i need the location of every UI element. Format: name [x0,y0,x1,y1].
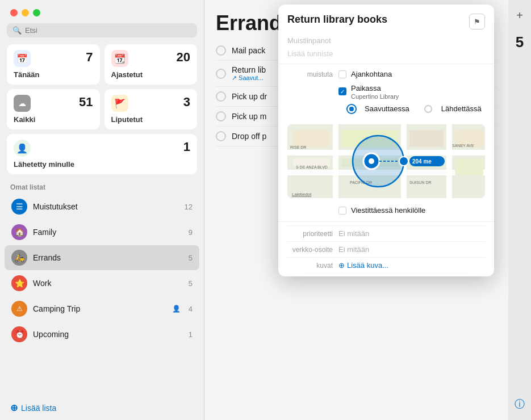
flag-button[interactable]: ⚑ [469,14,485,30]
arriving-leaving-row: Saavuttaessa Lähdettässä [348,104,485,113]
traffic-lights [0,0,204,23]
task-text: Pick up dr [232,92,267,101]
remind-label: muistuta [287,70,333,78]
today-count: 7 [86,50,93,65]
add-image-button[interactable]: ⊕ Lisää kuva... [338,261,388,270]
remind-date-label: Ajankohtana [351,70,392,78]
reminders-count: 12 [185,203,193,211]
errands-count: 5 [189,254,193,262]
location-map[interactable]: RISE DR S DE ANZA BLVD PACIFIC DR SUISUN… [287,124,485,198]
svg-text:RISE DR: RISE DR [290,145,306,149]
camping-shared-icon: 👤 [172,305,181,313]
leaving-radio[interactable] [424,105,432,113]
list-item-upcoming[interactable]: ⏰ Upcoming 1 [5,322,199,347]
svg-text:S DE ANZA BLVD: S DE ANZA BLVD [296,165,328,169]
task-checkbox[interactable] [216,69,226,79]
smart-list-scheduled[interactable]: 📆 20 Ajastetut [104,44,198,85]
arriving-radio[interactable] [348,105,356,113]
upcoming-icon: ⏰ [11,326,27,342]
right-badge: 5 [516,33,524,51]
place-checkbox-row: ✓ Paikassa Cupertino Library [338,83,399,100]
family-count: 9 [189,228,193,237]
svg-text:204 me: 204 me [412,158,432,165]
smart-list-today[interactable]: 📅 7 Tänään [7,44,100,85]
task-text: Return lib [232,65,266,74]
family-icon: 🏠 [11,224,27,240]
task-text: Mail pack [232,46,265,55]
section-header-my-lists: Omat listat [0,179,204,194]
flagged-count: 3 [183,95,190,110]
images-row: kuvat ⊕ Lisää kuva... [287,257,485,273]
flagged-label: Liputetut [111,115,191,124]
add-list-button[interactable]: ⊕ Lisää lista [0,396,204,420]
camping-icon: ⚠ [11,301,27,317]
camping-name: Camping Trip [33,304,166,313]
remind-place-label: Paikassa [351,84,381,93]
svg-text:SUISUN DR: SUISUN DR [409,180,432,184]
main-content: Errand Mail pack Return lib ↗ Saavut... … [204,0,508,420]
popup-tag-placeholder[interactable]: Lisää tunniste [278,47,494,64]
detail-popup: Return library books ⚑ Muistiinpanot Lis… [278,5,494,276]
list-item-camping[interactable]: ⚠ Camping Trip 👤 4 [5,296,199,321]
list-item-work[interactable]: ⭐ Work 5 [5,271,199,296]
remind-date-checkbox[interactable] [338,70,346,78]
popup-title: Return library books [287,14,387,26]
task-checkbox[interactable] [216,45,226,56]
right-sidebar: + 5 ⓘ [508,0,531,420]
svg-rect-13 [455,158,483,175]
add-image-label: Lisää kuva... [347,261,388,270]
today-label: Tänään [14,70,93,79]
search-icon: 🔍 [12,26,22,35]
reminders-icon: ☰ [11,199,27,215]
remind-place-checkbox[interactable]: ✓ [338,87,346,95]
close-button[interactable] [10,9,18,16]
maximize-button[interactable] [33,9,40,16]
url-row: verkko-osoite Ei mitään [287,241,485,257]
task-checkbox[interactable] [216,111,226,121]
work-icon: ⭐ [11,275,27,291]
remind-options: Ajankohtana [338,70,485,78]
smart-lists: 📅 7 Tänään 📆 20 Ajastetut ☁ 51 Kaikki 🚩 [0,44,204,179]
all-icon: ☁ [14,95,31,112]
svg-point-22 [399,157,408,166]
sent-count: 1 [183,140,190,154]
info-button[interactable]: ⓘ [515,397,525,411]
arriving-label: Saavuttaessa [365,104,409,113]
priority-row: prioriteetti Ei mitään [287,225,485,241]
library-sublabel: Cupertino Library [351,93,399,100]
list-item-errands[interactable]: 🛵 Errands 5 [5,245,199,270]
person-checkbox[interactable] [338,207,346,215]
sent-icon: 👤 [14,140,31,157]
leaving-label: Lähdettässä [441,104,482,113]
map-svg: RISE DR S DE ANZA BLVD PACIFIC DR SUISUN… [287,124,485,198]
all-label: Kaikki [14,115,93,124]
smart-list-sent[interactable]: 👤 1 Lähetetty minulle [7,134,197,174]
svg-rect-3 [333,124,338,198]
errands-icon: 🛵 [11,250,27,266]
list-item-reminders[interactable]: ☰ Muistutukset 12 [5,194,199,219]
family-name: Family [33,228,183,237]
add-image-icon: ⊕ [338,261,345,270]
task-checkbox[interactable] [216,91,226,102]
scheduled-count: 20 [177,50,190,65]
popup-notes-placeholder[interactable]: Muistiinpanot [278,34,494,47]
task-text: Drop off p [232,132,266,141]
sent-label: Lähetetty minulle [14,160,190,169]
task-subtitle: ↗ Saavut... [232,74,266,82]
popup-place-row: ✓ Paikassa Cupertino Library [338,83,485,100]
priority-value: Ei mitään [338,229,369,238]
svg-text:Lakitiedot: Lakitiedot [292,192,312,197]
svg-rect-10 [409,130,444,147]
smart-list-flagged[interactable]: 🚩 3 Liputetut [104,89,198,129]
add-list-label: Lisää lista [21,404,56,413]
smart-list-all[interactable]: ☁ 51 Kaikki [7,89,100,129]
minimize-button[interactable] [22,9,29,16]
list-item-family[interactable]: 🏠 Family 9 [5,220,199,245]
search-input[interactable] [25,26,191,35]
url-value: Ei mitään [338,245,369,254]
search-bar[interactable]: 🔍 [7,23,197,37]
today-icon: 📅 [14,50,31,67]
add-reminder-button[interactable]: + [516,9,523,22]
task-checkbox[interactable] [216,131,226,141]
add-list-icon: ⊕ [10,402,18,413]
